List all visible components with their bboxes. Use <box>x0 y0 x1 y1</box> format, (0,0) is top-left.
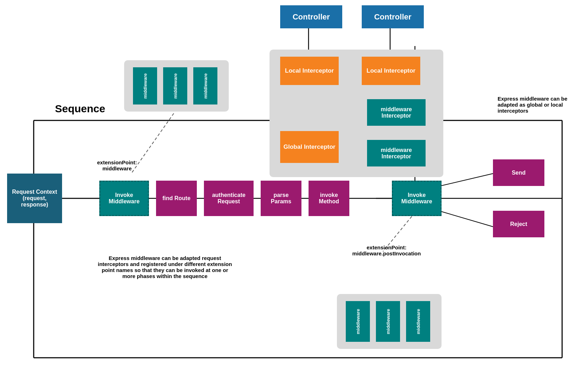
invoke-middleware-right: Invoke Middleware <box>392 181 442 216</box>
send-label: Send <box>512 170 526 176</box>
top-middleware-group: middleware middleware middleware <box>124 60 229 112</box>
top-middleware-3: middleware <box>193 67 217 104</box>
express-middleware-note: Express middleware can be adapted as glo… <box>498 96 568 114</box>
parse-params-label: parse Params <box>264 192 299 205</box>
global-interceptor-label: Global Interceptor <box>283 143 335 151</box>
controller-right-label: Controller <box>374 12 411 22</box>
top-middleware-1-label: middleware <box>143 73 148 99</box>
global-interceptor: Global Interceptor <box>280 131 339 163</box>
bottom-middleware-2: middleware <box>376 301 400 342</box>
bottom-middleware-1: middleware <box>346 301 370 342</box>
local-interceptor-right-label: Local Interceptor <box>367 67 416 74</box>
interceptor-group: Local Interceptor Local Interceptor midd… <box>270 50 443 177</box>
local-interceptor-left: Local Interceptor <box>280 57 339 85</box>
bottom-middleware-group: middleware middleware middleware <box>337 294 442 349</box>
reject-box: Reject <box>493 211 544 237</box>
controller-box-left: Controller <box>280 5 342 28</box>
bottom-middleware-1-label: middleware <box>355 309 361 334</box>
middleware-interceptor-bottom-label: middleware Interceptor <box>370 147 423 160</box>
invoke-method-label: invoke Method <box>311 192 346 205</box>
svg-line-4 <box>433 209 493 227</box>
reject-label: Reject <box>510 221 527 227</box>
middleware-interceptor-top: middleware Interceptor <box>367 99 426 126</box>
top-middleware-3-label: middleware <box>203 73 208 99</box>
local-interceptor-right: Local Interceptor <box>362 57 420 85</box>
extension-point-bottom-label: extensionPoint: middleware.postInvocatio… <box>340 244 433 256</box>
sequence-label: Sequence <box>55 103 105 115</box>
find-route-box: find Route <box>156 181 197 216</box>
bottom-middleware-3: middleware <box>406 301 430 342</box>
request-context-label: Request Context (request, response) <box>11 189 58 208</box>
invoke-method-box: invoke Method <box>309 181 349 216</box>
authenticate-request-label: authenticate Request <box>207 192 251 205</box>
find-route-label: find Route <box>162 195 190 202</box>
top-middleware-2: middleware <box>163 67 187 104</box>
local-interceptor-left-label: Local Interceptor <box>285 67 334 74</box>
controller-left-label: Controller <box>293 12 330 22</box>
invoke-middleware-top-label: Invoke Middleware <box>103 192 145 205</box>
middleware-interceptor-top-label: middleware Interceptor <box>370 106 423 119</box>
top-middleware-2-label: middleware <box>173 73 178 99</box>
controller-box-right: Controller <box>362 5 424 28</box>
invoke-middleware-right-label: Invoke Middleware <box>396 192 438 205</box>
bottom-middleware-2-label: middleware <box>385 309 391 334</box>
authenticate-request-box: authenticate Request <box>204 181 254 216</box>
bottom-middleware-3-label: middleware <box>416 309 421 334</box>
request-context-box: Request Context (request, response) <box>7 174 62 223</box>
parse-params-box: parse Params <box>261 181 301 216</box>
middleware-interceptor-bottom: middleware Interceptor <box>367 140 426 166</box>
extension-point-top-label: extensionPoint: middleware <box>89 159 145 171</box>
diagram-container: Sequence Request Context (request, respo… <box>0 0 588 379</box>
send-box: Send <box>493 159 544 186</box>
bottom-note-text: Express middleware can be adapted reques… <box>96 255 234 279</box>
top-middleware-1: middleware <box>133 67 157 104</box>
invoke-middleware-top: Invoke Middleware <box>99 181 149 216</box>
